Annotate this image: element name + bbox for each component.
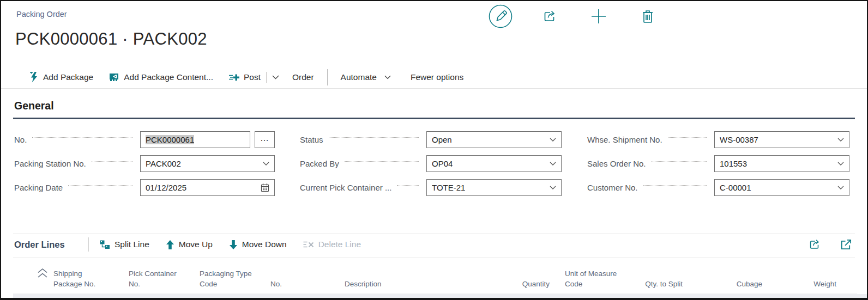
arrow-down-icon [229,240,238,249]
automate-menu-button[interactable]: Automate [341,72,391,82]
add-package-content-label: Add Package Content... [124,72,213,82]
order-lines-top-divider [13,234,855,234]
field-sales-order: Sales Order No. 101553 [587,155,849,172]
move-down-button[interactable]: Move Down [229,240,287,249]
no-value: PCK0000061 [146,135,194,144]
sales-order-combobox[interactable]: 101553 [714,155,849,172]
chevron-down-icon [550,186,556,189]
field-customer: Customer No. C-00001 [587,179,849,196]
no-label: No. [14,135,27,144]
column-header-shipping-package-no[interactable]: Shipping Package No. [53,268,129,290]
current-pick-container-value: TOTE-21 [432,183,465,192]
dot-leader [329,137,419,138]
order-lines-grid-header: Shipping Package No. Pick Container No. … [13,261,857,293]
column-header-description[interactable]: Description [345,279,443,290]
order-menu-button[interactable]: Order [292,72,314,82]
open-in-new-window-button[interactable] [839,238,853,252]
no-assist-edit-button[interactable]: … [255,131,275,148]
edit-button[interactable] [488,4,513,29]
packed-by-combobox[interactable]: OP04 [426,155,562,172]
package-content-icon [108,72,119,82]
column-header-packaging-type-code[interactable]: Packaging Type Code [200,268,270,290]
customer-combobox[interactable]: C-00001 [714,179,849,196]
post-dropdown-chevron[interactable] [272,75,279,79]
order-lines-part-actions [807,235,853,254]
order-lines-header: Order Lines Split Line Move Up [14,235,377,254]
dot-leader [397,185,419,186]
packing-station-value: PACK002 [146,159,181,168]
new-button[interactable] [586,4,611,29]
action-bar: Add Package Add Package Content... [29,68,463,87]
action-bar-divider [327,69,328,85]
packing-date-value: 01/12/2025 [146,183,186,192]
split-line-button[interactable]: Split Line [100,240,149,249]
trash-icon [640,8,656,25]
fewer-options-button[interactable]: Fewer options [411,72,463,82]
add-package-button[interactable]: Add Package [29,72,93,83]
grid-row-partial[interactable] [13,294,867,298]
order-lines-title: Order Lines [14,240,84,250]
field-current-pick-container: Current Pick Container ... TOTE-21 [300,179,562,196]
current-pick-container-label: Current Pick Container ... [300,183,391,192]
whse-shipment-value: WS-00387 [720,135,758,144]
delete-line-icon [303,241,314,249]
plus-icon [590,8,607,25]
no-input[interactable]: PCK0000061 [140,131,250,148]
field-status: Status Open [300,131,562,148]
move-down-label: Move Down [242,240,287,249]
grid-top-divider [13,257,855,258]
open-in-new-window-icon [839,238,853,252]
share-part-button[interactable] [807,237,822,252]
column-header-cubage[interactable]: Cubage [683,279,762,290]
column-header-no[interactable]: No. [270,279,345,290]
column-header-quantity[interactable]: Quantity [443,279,550,290]
status-combobox[interactable]: Open [426,131,562,148]
field-packing-station: Packing Station No. PACK002 [14,155,275,172]
packing-station-combobox[interactable]: PACK002 [140,155,275,172]
current-pick-container-combobox[interactable]: TOTE-21 [426,179,562,196]
toolbar-divider [1,88,867,89]
move-up-label: Move Up [179,240,213,249]
column-header-unit-of-measure-code[interactable]: Unit of Measure Code [565,268,636,290]
lightning-icon [29,72,39,83]
dot-leader [92,161,132,162]
sales-order-label: Sales Order No. [587,159,646,168]
packing-date-input[interactable]: 01/12/2025 [140,179,275,196]
dot-leader [643,185,707,186]
page-caption: Packing Order [16,10,67,19]
pencil-icon [488,4,513,29]
post-button[interactable]: Post [228,72,261,82]
dot-leader [32,137,132,138]
dot-leader [345,161,419,162]
chevron-down-icon [837,138,844,142]
packed-by-value: OP04 [432,159,453,168]
chevron-down-icon [550,162,556,166]
sales-order-value: 101553 [720,159,747,168]
page-title: PCK0000061 · PACK002 [15,29,207,49]
add-package-content-button[interactable]: Add Package Content... [108,72,213,82]
general-section-title: General [14,100,54,112]
field-packing-date: Packing Date 01/12/2025 [14,179,275,196]
customer-label: Customer No. [587,183,638,192]
fewer-options-label: Fewer options [411,72,463,82]
delete-button[interactable] [635,4,660,29]
calendar-icon[interactable] [261,183,269,192]
share-button[interactable] [537,4,562,29]
chevron-down-icon [550,138,556,142]
move-up-button[interactable]: Move Up [166,240,213,249]
split-line-label: Split Line [114,240,149,249]
collapse-rows-button[interactable] [13,256,53,290]
column-header-pick-container-no[interactable]: Pick Container No. [129,268,200,290]
delete-line-button: Delete Line [303,240,361,249]
post-label: Post [244,72,261,82]
packing-station-label: Packing Station No. [14,159,86,168]
general-column-1: No. PCK0000061 … Packing Station No. PAC… [14,131,275,203]
column-header-qty-to-split[interactable]: Qty. to Split [636,279,683,290]
whse-shipment-combobox[interactable]: WS-00387 [714,131,849,148]
field-packed-by: Packed By OP04 [300,155,562,172]
column-header-weight[interactable]: Weight [762,279,836,290]
dot-leader [668,137,707,138]
general-section-underline [13,118,855,119]
system-actions [488,3,660,29]
chevron-down-icon [272,75,279,79]
